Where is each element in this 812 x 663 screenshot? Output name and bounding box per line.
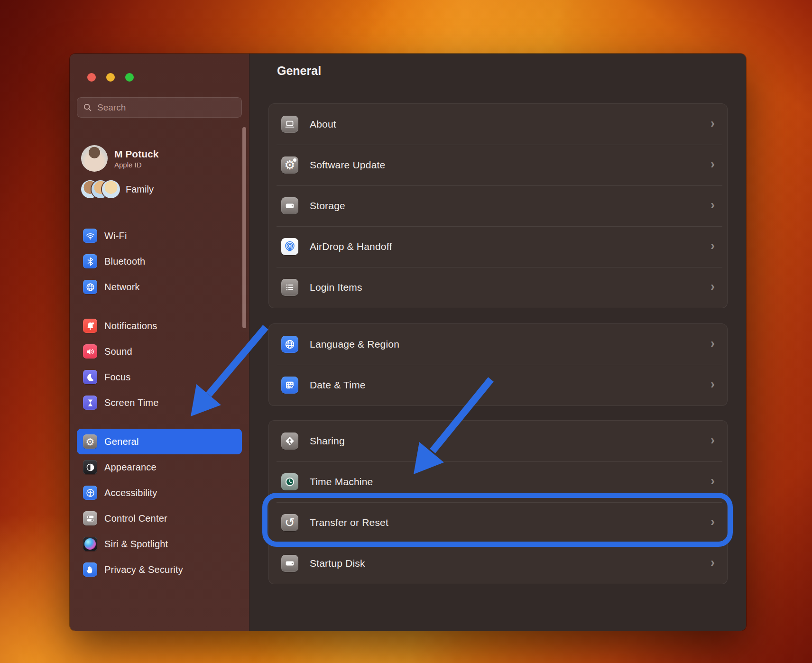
sidebar-nav-group: ⚙GeneralAppearanceAccessibilityControl C…	[77, 429, 242, 582]
bell-icon	[83, 319, 97, 333]
family-avatars	[81, 180, 120, 199]
user-name: M Potuck	[114, 148, 158, 160]
sidebar-item-label: Notifications	[104, 321, 157, 332]
chevron-right-icon: ›	[710, 239, 715, 254]
sidebar-item-sound[interactable]: Sound	[77, 339, 242, 364]
calendar-icon	[281, 377, 298, 394]
hand-icon	[83, 562, 97, 577]
apple-id-label: Apple ID	[114, 161, 158, 169]
sidebar-item-screen-time[interactable]: Screen Time	[77, 390, 242, 415]
sidebar-item-label: Privacy & Security	[104, 564, 183, 575]
settings-row-about[interactable]: About›	[269, 104, 727, 145]
sidebar-item-label: Network	[104, 282, 140, 293]
minimize-button[interactable]	[106, 73, 115, 82]
close-button[interactable]	[87, 73, 96, 82]
settings-row-label: AirDrop & Handoff	[310, 241, 392, 252]
sidebar-item-notifications[interactable]: Notifications	[77, 313, 242, 339]
chevron-right-icon: ›	[710, 117, 715, 132]
system-settings-window: M Potuck Apple ID Family Wi-FiBluetoothN…	[70, 54, 746, 631]
sidebar-nav-group: Wi-FiBluetoothNetwork	[77, 223, 242, 300]
settings-row-language-region[interactable]: Language & Region›	[269, 324, 727, 365]
settings-row-label: Startup Disk	[310, 558, 365, 569]
settings-row-label: Date & Time	[310, 379, 366, 391]
hourglass-icon	[83, 396, 97, 410]
sidebar-item-label: Sound	[104, 346, 132, 357]
chevron-right-icon: ›	[710, 280, 715, 295]
sidebar-item-label: Siri & Spotlight	[104, 539, 168, 550]
settings-row-transfer-or-reset[interactable]: ↺Transfer or Reset›	[269, 502, 727, 543]
zoom-button[interactable]	[125, 73, 134, 82]
settings-row-label: Language & Region	[310, 339, 399, 350]
siri-icon	[83, 537, 97, 551]
sidebar-item-bluetooth[interactable]: Bluetooth	[77, 249, 242, 274]
sidebar-item-label: Appearance	[104, 462, 157, 473]
laptop-icon	[281, 116, 298, 133]
search-field[interactable]	[77, 97, 242, 118]
chevron-right-icon: ›	[710, 475, 715, 489]
settings-row-label: Software Update	[310, 159, 385, 171]
search-input[interactable]	[96, 102, 236, 113]
globe-icon	[83, 280, 97, 294]
sidebar-item-siri-spotlight[interactable]: Siri & Spotlight	[77, 531, 242, 557]
gear-badge-icon: ⚙	[281, 157, 298, 174]
sidebar-item-label: Control Center	[104, 513, 167, 524]
settings-row-label: Sharing	[310, 435, 345, 447]
sidebar-item-accessibility[interactable]: Accessibility	[77, 480, 242, 506]
page-title: General	[277, 64, 321, 78]
time-machine-icon	[281, 473, 298, 490]
settings-group-card: Language & Region›Date & Time›	[268, 323, 728, 406]
settings-row-label: Transfer or Reset	[310, 517, 388, 528]
settings-row-time-machine[interactable]: Time Machine›	[269, 461, 727, 502]
sidebar-item-general[interactable]: ⚙General	[77, 429, 242, 454]
settings-row-airdrop-handoff[interactable]: AirDrop & Handoff›	[269, 226, 727, 267]
chevron-right-icon: ›	[710, 516, 715, 530]
settings-row-startup-disk[interactable]: Startup Disk›	[269, 543, 727, 584]
sidebar-scrollbar[interactable]	[242, 127, 246, 328]
gear-icon: ⚙	[83, 434, 97, 449]
sidebar-item-label: Screen Time	[104, 397, 158, 408]
sharing-icon	[281, 433, 298, 450]
chevron-right-icon: ›	[710, 199, 715, 213]
settings-row-label: Time Machine	[310, 476, 373, 488]
traffic-lights	[87, 73, 134, 82]
sidebar-nav-group: NotificationsSoundFocusScreen Time	[77, 313, 242, 415]
settings-row-login-items[interactable]: Login Items›	[269, 267, 727, 308]
speaker-icon	[83, 344, 97, 359]
accessibility-icon	[83, 486, 97, 500]
chevron-right-icon: ›	[710, 556, 715, 571]
settings-row-sharing[interactable]: Sharing›	[269, 421, 727, 461]
drive-icon	[281, 555, 298, 572]
wifi-icon	[83, 229, 97, 243]
settings-group-card: Sharing›Time Machine›↺Transfer or Reset›…	[268, 420, 728, 584]
general-pane: General About›⚙Software Update›Storage›A…	[249, 54, 746, 631]
sidebar-item-label: Focus	[104, 372, 130, 383]
sidebar-item-network[interactable]: Network	[77, 274, 242, 300]
bluetooth-icon	[83, 254, 97, 268]
settings-row-storage[interactable]: Storage›	[269, 185, 727, 226]
settings-row-software-update[interactable]: ⚙Software Update›	[269, 145, 727, 185]
search-icon	[83, 103, 92, 112]
settings-row-date-time[interactable]: Date & Time›	[269, 365, 727, 405]
sidebar-item-control-center[interactable]: Control Center	[77, 506, 242, 531]
chevron-right-icon: ›	[710, 434, 715, 449]
apple-id-row[interactable]: M Potuck Apple ID	[81, 145, 242, 172]
sidebar-item-privacy-security[interactable]: Privacy & Security	[77, 557, 242, 582]
sidebar-item-wifi[interactable]: Wi-Fi	[77, 223, 242, 249]
list-icon	[281, 279, 298, 296]
sidebar-item-label: General	[104, 436, 139, 447]
airdrop-icon	[281, 238, 298, 255]
settings-row-label: Login Items	[310, 282, 362, 293]
family-row[interactable]: Family	[81, 178, 242, 200]
sidebar-item-focus[interactable]: Focus	[77, 364, 242, 390]
settings-groups: About›⚙Software Update›Storage›AirDrop &…	[268, 103, 728, 584]
sidebar-nav: Wi-FiBluetoothNetworkNotificationsSoundF…	[77, 223, 242, 582]
chevron-right-icon: ›	[710, 337, 715, 352]
user-avatar	[81, 145, 108, 172]
chevron-right-icon: ›	[710, 378, 715, 393]
settings-row-label: About	[310, 119, 336, 130]
sidebar-item-label: Accessibility	[104, 488, 157, 498]
sidebar-item-appearance[interactable]: Appearance	[77, 454, 242, 480]
sidebar-item-label: Wi-Fi	[104, 230, 127, 241]
sidebar: M Potuck Apple ID Family Wi-FiBluetoothN…	[70, 54, 249, 631]
globe-icon	[281, 336, 298, 353]
